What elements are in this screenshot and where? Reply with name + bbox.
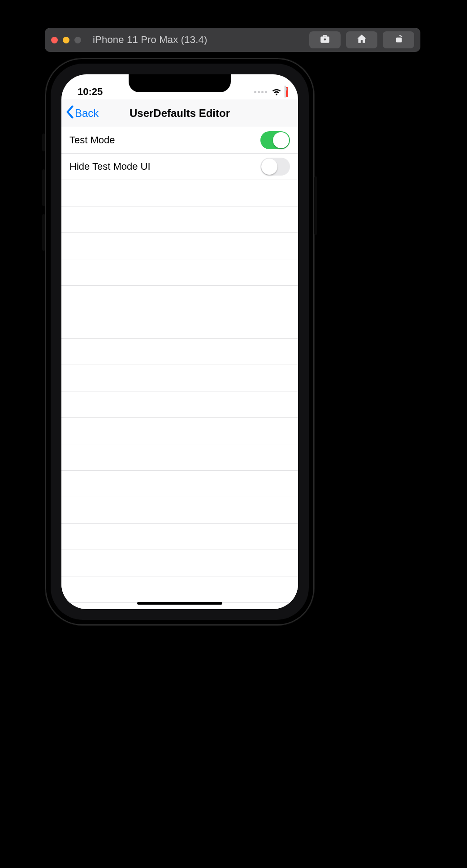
empty-row <box>61 259 298 286</box>
rotate-icon <box>393 33 404 47</box>
settings-row: Test Mode <box>61 127 298 154</box>
empty-row <box>61 206 298 233</box>
home-button[interactable] <box>346 31 377 48</box>
empty-row <box>61 550 298 576</box>
empty-row <box>61 444 298 471</box>
status-time: 10:25 <box>78 86 103 98</box>
back-button[interactable]: Back <box>61 105 99 121</box>
back-label: Back <box>75 107 99 120</box>
chevron-left-icon <box>66 105 74 121</box>
empty-row <box>61 365 298 391</box>
notch <box>129 74 231 92</box>
empty-row <box>61 471 298 497</box>
empty-row <box>61 524 298 550</box>
wifi-icon <box>272 88 281 96</box>
screenshot-button[interactable] <box>309 31 341 48</box>
settings-table: Test ModeHide Test Mode UI <box>61 127 298 603</box>
home-icon <box>356 33 368 47</box>
navigation-bar: Back UserDefaults Editor <box>61 99 298 127</box>
settings-row: Hide Test Mode UI <box>61 154 298 180</box>
iphone-device-frame: 10:25 <box>45 58 314 625</box>
camera-icon <box>319 33 331 47</box>
simulator-title: iPhone 11 Pro Max (13.4) <box>93 34 208 46</box>
empty-row <box>61 391 298 418</box>
simulator-titlebar: iPhone 11 Pro Max (13.4) <box>45 28 420 52</box>
zoom-window-button[interactable] <box>74 37 81 43</box>
minimize-window-button[interactable] <box>63 37 69 43</box>
silence-switch[interactable] <box>42 133 45 151</box>
empty-row <box>61 286 298 312</box>
home-indicator[interactable] <box>137 602 222 605</box>
empty-row <box>61 180 298 206</box>
svg-point-1 <box>324 38 327 41</box>
window-controls <box>51 37 81 43</box>
volume-down-button[interactable] <box>42 214 45 251</box>
battery-icon <box>285 86 285 98</box>
iphone-screen: 10:25 <box>61 74 298 609</box>
rotate-button[interactable] <box>383 31 414 48</box>
side-button[interactable] <box>314 176 317 235</box>
settings-row-label: Hide Test Mode UI <box>69 161 151 172</box>
empty-row <box>61 339 298 365</box>
settings-row-label: Test Mode <box>69 134 115 146</box>
empty-row <box>61 418 298 444</box>
empty-row <box>61 576 298 603</box>
volume-up-button[interactable] <box>42 169 45 206</box>
empty-row <box>61 312 298 339</box>
cellular-dots-icon <box>254 91 267 93</box>
toggle-switch[interactable] <box>260 131 290 149</box>
toggle-switch[interactable] <box>260 158 290 176</box>
empty-row <box>61 497 298 524</box>
empty-row <box>61 233 298 259</box>
svg-rect-2 <box>396 38 402 43</box>
close-window-button[interactable] <box>51 37 58 43</box>
